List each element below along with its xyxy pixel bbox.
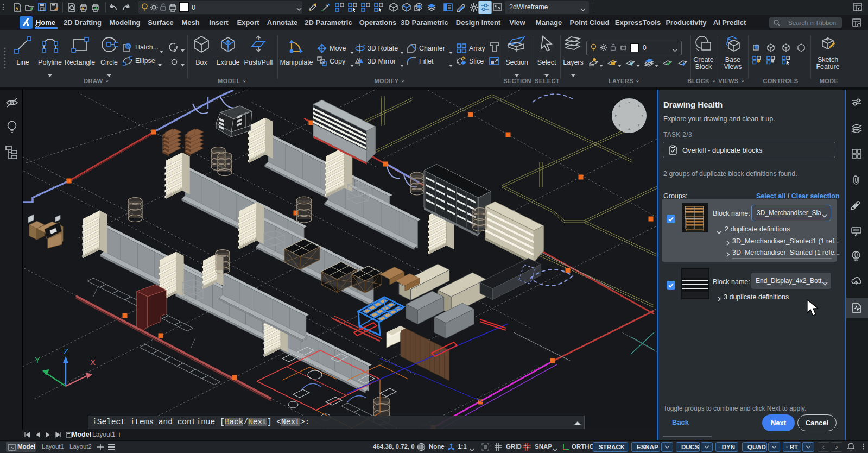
svg-text:Y: Y [35,355,40,364]
svg-text:Z: Z [64,347,68,356]
svg-text:X: X [90,357,96,367]
